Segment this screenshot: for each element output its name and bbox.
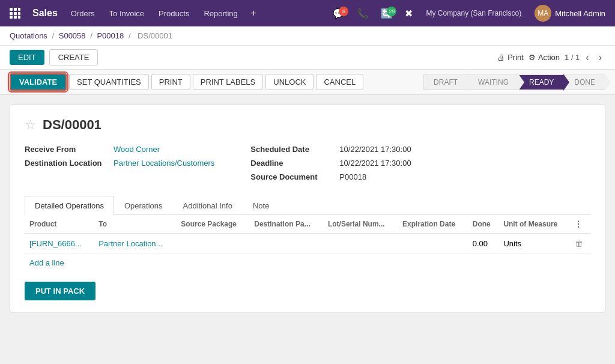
status-done: DONE: [564, 74, 605, 90]
scheduled-date-field: Scheduled Date 10/22/2021 17:30:00: [250, 145, 411, 154]
col-unit-of-measure: Unit of Measure: [498, 215, 570, 234]
chat-badge: 8: [339, 7, 348, 16]
cell-source-package: [176, 234, 249, 253]
scheduled-date-label: Scheduled Date: [250, 145, 335, 154]
set-quantities-button[interactable]: SET QUANTITIES: [69, 74, 149, 90]
destination-label: Destination Location: [25, 159, 109, 168]
pager-text: 1 / 1: [565, 53, 580, 62]
source-doc-label: Source Document: [250, 172, 335, 181]
col-product: Product: [25, 215, 94, 234]
fields-right: Scheduled Date 10/22/2021 17:30:00 Deadl…: [250, 145, 411, 181]
company-name: My Company (San Francisco): [420, 7, 527, 20]
chat-icon-button[interactable]: 💬 8: [328, 5, 350, 22]
main-content: ☆ DS/00001 Receive From Wood Corner Dest…: [0, 95, 615, 363]
cell-destination-pa: [249, 234, 323, 253]
refresh-icon-button[interactable]: 🔄 29: [376, 5, 398, 22]
svg-rect-8: [18, 16, 20, 19]
action-dropdown[interactable]: ⚙ Action: [529, 53, 560, 62]
print-labels-button[interactable]: PRINT LABELS: [193, 74, 264, 90]
pager-next[interactable]: ›: [595, 51, 605, 64]
pager-prev[interactable]: ‹: [582, 51, 592, 64]
tab-note[interactable]: Note: [243, 196, 279, 215]
deadline-field: Deadline 10/22/2021 17:30:00: [250, 159, 411, 168]
grid-menu-icon[interactable]: [5, 8, 25, 19]
user-avatar: MA: [535, 5, 551, 22]
favorite-star-icon[interactable]: ☆: [25, 117, 37, 133]
nav-to-invoice[interactable]: To Invoice: [103, 7, 151, 20]
breadcrumb-quotations[interactable]: Quotations: [10, 31, 47, 40]
put-in-pack-button[interactable]: PUT IN PACK: [25, 282, 95, 300]
cell-expiration-date: [398, 234, 468, 253]
pager: 1 / 1 ‹ ›: [565, 51, 605, 64]
print-button-secondary[interactable]: PRINT: [151, 74, 190, 90]
validate-button[interactable]: VALIDATE: [10, 73, 67, 91]
cell-delete[interactable]: 🗑: [570, 234, 590, 253]
pack-area: PUT IN PACK: [25, 282, 590, 300]
status-draft: DRAFT: [423, 74, 468, 90]
destination-value[interactable]: Partner Locations/Customers: [114, 159, 214, 168]
breadcrumb-s00058[interactable]: S00058: [59, 31, 86, 40]
deadline-label: Deadline: [250, 159, 335, 168]
nav-add-button[interactable]: +: [246, 5, 261, 21]
delete-row-icon[interactable]: 🗑: [575, 238, 583, 248]
user-name: Mitchell Admin: [555, 9, 605, 18]
col-destination-pa: Destination Pa...: [249, 215, 323, 234]
settings-icon-button[interactable]: ✖: [400, 5, 417, 22]
receive-from-field: Receive From Wood Corner: [25, 145, 214, 154]
col-menu[interactable]: ⋮: [570, 215, 590, 234]
tabs-bar: Detailed Operations Operations Additiona…: [25, 196, 590, 215]
svg-rect-7: [14, 16, 17, 19]
tab-detailed-operations[interactable]: Detailed Operations: [25, 196, 114, 215]
table-row: [FURN_6666... Partner Location... 0.00 U…: [25, 234, 590, 253]
phone-icon-button[interactable]: 📞: [352, 5, 374, 22]
scheduled-date-value: 10/22/2021 17:30:00: [339, 145, 411, 154]
deadline-value: 10/22/2021 17:30:00: [339, 159, 411, 168]
tab-operations[interactable]: Operations: [114, 196, 173, 215]
svg-rect-1: [14, 8, 17, 11]
status-ready: READY: [519, 74, 564, 90]
cell-to[interactable]: Partner Location...: [94, 234, 176, 253]
col-to: To: [94, 215, 176, 234]
action-bar: EDIT CREATE 🖨 Print ⚙ Action 1 / 1 ‹ ›: [0, 46, 615, 70]
edit-button[interactable]: EDIT: [10, 50, 44, 65]
cell-lot-serial: [323, 234, 398, 253]
receive-from-label: Receive From: [25, 145, 109, 154]
col-done: Done: [468, 215, 499, 234]
add-line-button[interactable]: Add a line: [25, 253, 69, 272]
svg-rect-2: [18, 8, 20, 11]
breadcrumb-p00018[interactable]: P00018: [97, 31, 124, 40]
tab-additional-info[interactable]: Additional Info: [173, 196, 243, 215]
status-pipeline: DRAFT WAITING READY DONE: [423, 74, 605, 90]
document-card: ☆ DS/00001 Receive From Wood Corner Dest…: [10, 105, 605, 313]
user-menu[interactable]: MA Mitchell Admin: [530, 5, 610, 22]
fields-grid: Receive From Wood Corner Destination Loc…: [25, 145, 590, 181]
receive-from-value[interactable]: Wood Corner: [114, 145, 160, 154]
svg-rect-5: [18, 12, 20, 15]
app-brand[interactable]: Sales: [28, 8, 62, 19]
breadcrumb-current: DS/00001: [138, 31, 172, 40]
status-waiting: WAITING: [468, 74, 519, 90]
document-title: DS/00001: [43, 117, 101, 133]
svg-rect-4: [14, 12, 17, 15]
top-navigation: Sales Orders To Invoice Products Reporti…: [0, 0, 615, 26]
operations-table: Product To Source Package Destination Pa…: [25, 215, 590, 253]
table-header-row: Product To Source Package Destination Pa…: [25, 215, 590, 234]
nav-orders[interactable]: Orders: [65, 7, 101, 20]
fields-left: Receive From Wood Corner Destination Loc…: [25, 145, 214, 181]
svg-rect-6: [10, 16, 13, 19]
cell-product[interactable]: [FURN_6666...: [25, 234, 94, 253]
nav-products[interactable]: Products: [153, 7, 195, 20]
create-button[interactable]: CREATE: [49, 49, 98, 65]
source-doc-value: P00018: [339, 172, 366, 181]
cell-unit-of-measure: Units: [498, 234, 570, 253]
nav-reporting[interactable]: Reporting: [198, 7, 243, 20]
print-button[interactable]: 🖨 Print: [497, 53, 524, 62]
refresh-badge: 29: [387, 7, 396, 16]
cancel-button[interactable]: CANCEL: [316, 74, 363, 90]
secondary-toolbar: VALIDATE SET QUANTITIES PRINT PRINT LABE…: [0, 70, 615, 95]
destination-field: Destination Location Partner Locations/C…: [25, 159, 214, 168]
col-lot-serial: Lot/Serial Num...: [323, 215, 398, 234]
unlock-button[interactable]: UNLOCK: [265, 74, 314, 90]
source-doc-field: Source Document P00018: [250, 172, 411, 181]
breadcrumb: Quotations / S00058 / P00018 / DS/00001: [0, 26, 615, 46]
